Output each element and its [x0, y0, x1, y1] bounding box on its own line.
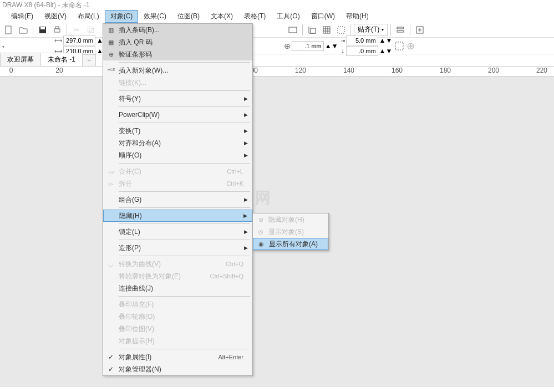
menu-label: 锁定(L) — [119, 227, 244, 237]
menu-item[interactable]: 隐藏(H)▶ — [103, 210, 252, 222]
spin-down[interactable]: ▼ — [332, 42, 338, 50]
submenu-label: 隐藏对象(H) — [268, 215, 324, 225]
menu-shortcut: Ctrl+Q — [226, 261, 248, 267]
dup-x-input[interactable] — [346, 35, 378, 45]
menu-label: 转换为曲线(V) — [119, 259, 226, 269]
menu-separator — [119, 90, 250, 91]
menu-label: 对象管理器(N) — [119, 365, 248, 374]
submenu-icon: ◉ — [253, 241, 269, 248]
menu-item[interactable]: 造形(P)▶ — [103, 242, 252, 254]
menu-item[interactable]: ▦插入 QR 码 — [103, 36, 252, 48]
page-width-input[interactable] — [63, 35, 95, 45]
menu-label: 插入 QR 码 — [119, 38, 248, 47]
treat-as-filled-button[interactable] — [394, 41, 404, 51]
grid-button[interactable] — [320, 23, 333, 37]
menu-shortcut: Ctrl+K — [226, 180, 248, 187]
ruler-tick: 200 — [488, 67, 499, 74]
menu-label: 合并(C) — [119, 167, 227, 176]
nudge-input[interactable] — [292, 41, 324, 51]
menu-item[interactable]: 对齐和分布(A)▶ — [103, 137, 252, 149]
menu-icon: ▦ — [103, 39, 119, 46]
submenu-arrow-icon: ▶ — [244, 152, 248, 158]
menu-对象[interactable]: 对象(C) — [105, 10, 139, 23]
menu-icon: ▻ — [103, 180, 119, 187]
menu-icon: ▥ — [103, 27, 119, 34]
submenu-item[interactable]: ◉显示所有对象(A) — [253, 238, 328, 250]
separator — [67, 24, 67, 35]
spin-up[interactable]: ▲ — [325, 42, 332, 50]
menu-separator — [119, 256, 250, 256]
menu-item[interactable]: 组合(G)▶ — [103, 194, 252, 206]
menu-视图[interactable]: 视图(V) — [39, 10, 72, 23]
svg-rect-12 — [395, 42, 403, 50]
tab-welcome[interactable]: 欢迎屏幕 — [0, 53, 41, 66]
svg-rect-3 — [54, 29, 60, 32]
menu-item[interactable]: 连接曲线(J) — [103, 282, 252, 294]
menu-编辑[interactable]: 编辑(E) — [6, 10, 39, 23]
menu-item[interactable]: ✓对象属性(I)Alt+Enter — [103, 351, 252, 363]
cut-button[interactable]: ✂ — [70, 23, 83, 37]
fullscreen-button[interactable] — [286, 23, 299, 37]
tab-new[interactable]: + — [82, 54, 96, 66]
menu-item: 将轮廓转换为对象(E)Ctrl+Shift+Q — [103, 270, 252, 282]
rulers-button[interactable] — [306, 23, 319, 37]
menu-布局[interactable]: 布局(L) — [72, 10, 105, 23]
submenu-arrow-icon: ▶ — [244, 96, 248, 101]
menu-item[interactable]: 符号(Y)▶ — [103, 93, 252, 105]
svg-rect-0 — [6, 26, 11, 34]
object-menu: ▥插入条码(B)...▦插入 QR 码⊕验证条形码ᵒᴸᴱ插入新对象(W)...链… — [103, 23, 253, 376]
menu-item[interactable]: PowerClip(W)▶ — [103, 109, 252, 121]
menu-item[interactable]: ⊕验证条形码 — [103, 48, 252, 60]
menu-shortcut: Ctrl+L — [227, 168, 248, 175]
menu-item[interactable]: 变换(T)▶ — [103, 125, 252, 137]
menu-label: 将轮廓转换为对象(E) — [119, 272, 210, 281]
tab-document[interactable]: 未命名 -1 — [40, 53, 83, 66]
page-size-dropdown[interactable]: ▾ — [2, 42, 53, 50]
menu-item[interactable]: 锁定(L)▶ — [103, 226, 252, 238]
spin-up[interactable]: ▲ — [379, 47, 386, 55]
print-button[interactable] — [50, 23, 64, 37]
submenu-arrow-icon: ▶ — [244, 197, 248, 202]
menu-位图[interactable]: 位图(B) — [172, 10, 205, 23]
dup-y-input[interactable] — [346, 46, 378, 56]
menu-label: PowerClip(W) — [119, 111, 244, 119]
submenu-arrow-icon: ▶ — [243, 213, 247, 218]
menu-文本[interactable]: 文本(X) — [205, 10, 238, 23]
menu-item[interactable]: ✓对象管理器(N) — [103, 363, 252, 375]
copy-button[interactable]: ⿻ — [84, 23, 98, 37]
add-preset-button[interactable]: ⊕ — [406, 40, 415, 52]
menu-item[interactable]: 顺序(O)▶ — [103, 149, 252, 161]
menu-item: 叠印填充(F) — [103, 298, 252, 310]
menu-表格[interactable]: 表格(T) — [238, 10, 271, 23]
submenu-item: ◎显示对象(S) — [253, 226, 328, 238]
svg-rect-10 — [397, 30, 404, 32]
menu-item: 叠印轮廓(O) — [103, 310, 252, 323]
svg-rect-4 — [55, 27, 59, 29]
menu-帮助[interactable]: 帮助(H) — [340, 10, 374, 23]
submenu-label: 显示所有对象(A) — [269, 240, 323, 249]
snap-dropdown[interactable]: 贴齐(T) ▾ — [354, 24, 388, 36]
guides-button[interactable] — [334, 23, 348, 37]
menu-item: ▻拆分Ctrl+K — [103, 177, 252, 190]
menu-窗口[interactable]: 窗口(W) — [306, 10, 340, 23]
ruler-tick: 120 — [295, 67, 306, 74]
menu-item[interactable]: ▥插入条码(B)... — [103, 24, 252, 36]
menu-工具[interactable]: 工具(O) — [271, 10, 305, 23]
menu-separator — [119, 106, 250, 107]
launch-button[interactable] — [413, 23, 426, 37]
menu-label: 顺序(O) — [119, 151, 244, 160]
ruler-tick: 20 — [55, 67, 63, 74]
options-button[interactable] — [394, 23, 407, 37]
spin-up[interactable]: ▲ — [379, 37, 386, 44]
spin-down[interactable]: ▼ — [385, 47, 392, 55]
menu-效果[interactable]: 效果(C) — [138, 10, 172, 23]
spin-down[interactable]: ▼ — [385, 37, 392, 44]
menu-item: 叠印位图(V) — [103, 323, 252, 335]
new-button[interactable] — [2, 23, 16, 37]
units-dropdown[interactable]: ▾ — [251, 42, 282, 50]
ruler-tick: 0 — [9, 67, 13, 74]
submenu-arrow-icon: ▶ — [244, 112, 248, 118]
save-button[interactable] — [36, 23, 49, 37]
open-button[interactable] — [17, 23, 30, 37]
menu-item[interactable]: ᵒᴸᴱ插入新对象(W)... — [103, 64, 252, 77]
